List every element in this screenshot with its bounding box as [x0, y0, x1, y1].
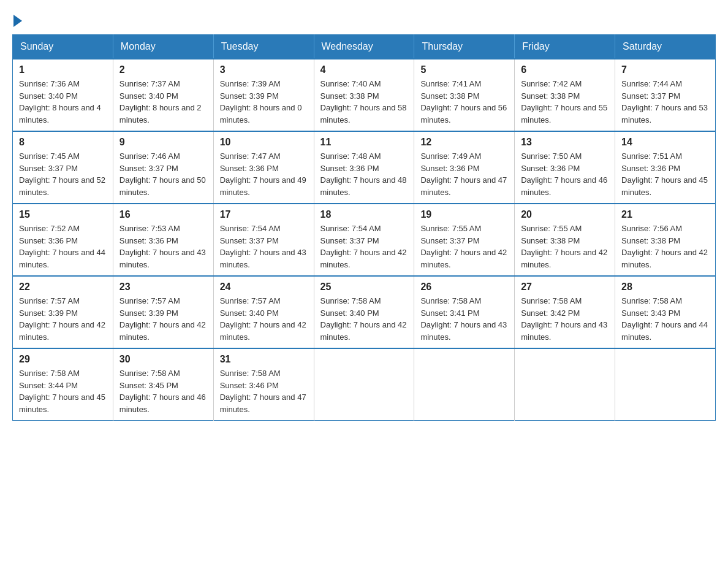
calendar-cell: 16 Sunrise: 7:53 AM Sunset: 3:36 PM Dayl… — [113, 204, 213, 276]
calendar-cell: 9 Sunrise: 7:46 AM Sunset: 3:37 PM Dayli… — [113, 131, 213, 204]
day-info: Sunrise: 7:39 AM Sunset: 3:39 PM Dayligh… — [220, 78, 308, 126]
day-number: 1 — [19, 64, 107, 75]
day-number: 29 — [19, 354, 107, 365]
day-number: 27 — [521, 282, 609, 293]
day-number: 30 — [119, 354, 207, 365]
day-info: Sunrise: 7:52 AM Sunset: 3:36 PM Dayligh… — [19, 223, 107, 270]
header-friday: Friday — [515, 35, 615, 59]
calendar-cell — [314, 348, 414, 421]
day-info: Sunrise: 7:45 AM Sunset: 3:37 PM Dayligh… — [19, 150, 107, 198]
day-number: 31 — [220, 354, 308, 365]
day-number: 13 — [521, 137, 609, 148]
day-info: Sunrise: 7:37 AM Sunset: 3:40 PM Dayligh… — [119, 78, 207, 126]
calendar-cell: 5 Sunrise: 7:41 AM Sunset: 3:38 PM Dayli… — [414, 59, 515, 131]
calendar-cell: 11 Sunrise: 7:48 AM Sunset: 3:36 PM Dayl… — [314, 131, 414, 204]
header-wednesday: Wednesday — [314, 35, 414, 59]
header-saturday: Saturday — [615, 35, 716, 59]
day-info: Sunrise: 7:57 AM Sunset: 3:39 PM Dayligh… — [119, 295, 207, 343]
day-number: 11 — [320, 137, 408, 148]
calendar-cell — [515, 348, 615, 421]
day-number: 19 — [420, 209, 508, 220]
week-row-2: 8 Sunrise: 7:45 AM Sunset: 3:37 PM Dayli… — [13, 131, 716, 204]
calendar-cell: 23 Sunrise: 7:57 AM Sunset: 3:39 PM Dayl… — [113, 276, 213, 348]
calendar-cell: 4 Sunrise: 7:40 AM Sunset: 3:38 PM Dayli… — [314, 59, 414, 131]
calendar-cell: 29 Sunrise: 7:58 AM Sunset: 3:44 PM Dayl… — [13, 348, 113, 421]
week-row-5: 29 Sunrise: 7:58 AM Sunset: 3:44 PM Dayl… — [13, 348, 716, 421]
calendar-cell: 6 Sunrise: 7:42 AM Sunset: 3:38 PM Dayli… — [515, 59, 615, 131]
day-info: Sunrise: 7:58 AM Sunset: 3:41 PM Dayligh… — [420, 295, 508, 343]
day-number: 6 — [521, 64, 609, 75]
day-info: Sunrise: 7:51 AM Sunset: 3:36 PM Dayligh… — [621, 150, 709, 198]
day-info: Sunrise: 7:58 AM Sunset: 3:40 PM Dayligh… — [320, 295, 408, 343]
day-info: Sunrise: 7:55 AM Sunset: 3:37 PM Dayligh… — [420, 223, 508, 270]
day-info: Sunrise: 7:54 AM Sunset: 3:37 PM Dayligh… — [320, 223, 408, 270]
week-row-1: 1 Sunrise: 7:36 AM Sunset: 3:40 PM Dayli… — [13, 59, 716, 131]
calendar-cell: 21 Sunrise: 7:56 AM Sunset: 3:38 PM Dayl… — [615, 204, 716, 276]
calendar-cell: 22 Sunrise: 7:57 AM Sunset: 3:39 PM Dayl… — [13, 276, 113, 348]
day-number: 3 — [220, 64, 308, 75]
calendar-cell — [615, 348, 716, 421]
day-number: 9 — [119, 137, 207, 148]
day-number: 22 — [19, 282, 107, 293]
calendar-cell: 1 Sunrise: 7:36 AM Sunset: 3:40 PM Dayli… — [13, 59, 113, 131]
day-number: 7 — [621, 64, 709, 75]
page-header — [12, 12, 716, 25]
day-number: 12 — [420, 137, 508, 148]
calendar-cell — [414, 348, 515, 421]
calendar-cell: 27 Sunrise: 7:58 AM Sunset: 3:42 PM Dayl… — [515, 276, 615, 348]
calendar-cell: 7 Sunrise: 7:44 AM Sunset: 3:37 PM Dayli… — [615, 59, 716, 131]
calendar-cell: 30 Sunrise: 7:58 AM Sunset: 3:45 PM Dayl… — [113, 348, 213, 421]
day-info: Sunrise: 7:36 AM Sunset: 3:40 PM Dayligh… — [19, 78, 107, 126]
day-info: Sunrise: 7:49 AM Sunset: 3:36 PM Dayligh… — [420, 150, 508, 198]
header-monday: Monday — [113, 35, 213, 59]
day-number: 2 — [119, 64, 207, 75]
day-info: Sunrise: 7:44 AM Sunset: 3:37 PM Dayligh… — [621, 78, 709, 126]
calendar-cell: 24 Sunrise: 7:57 AM Sunset: 3:40 PM Dayl… — [213, 276, 314, 348]
day-number: 10 — [220, 137, 308, 148]
day-info: Sunrise: 7:54 AM Sunset: 3:37 PM Dayligh… — [220, 223, 308, 270]
day-info: Sunrise: 7:47 AM Sunset: 3:36 PM Dayligh… — [220, 150, 308, 198]
day-number: 26 — [420, 282, 508, 293]
day-info: Sunrise: 7:48 AM Sunset: 3:36 PM Dayligh… — [320, 150, 408, 198]
calendar-cell: 12 Sunrise: 7:49 AM Sunset: 3:36 PM Dayl… — [414, 131, 515, 204]
header-sunday: Sunday — [13, 35, 113, 59]
day-info: Sunrise: 7:55 AM Sunset: 3:38 PM Dayligh… — [521, 223, 609, 270]
calendar-cell: 26 Sunrise: 7:58 AM Sunset: 3:41 PM Dayl… — [414, 276, 515, 348]
day-number: 5 — [420, 64, 508, 75]
day-number: 28 — [621, 282, 709, 293]
week-row-3: 15 Sunrise: 7:52 AM Sunset: 3:36 PM Dayl… — [13, 204, 716, 276]
day-number: 23 — [119, 282, 207, 293]
day-info: Sunrise: 7:40 AM Sunset: 3:38 PM Dayligh… — [320, 78, 408, 126]
day-info: Sunrise: 7:56 AM Sunset: 3:38 PM Dayligh… — [621, 223, 709, 270]
day-info: Sunrise: 7:46 AM Sunset: 3:37 PM Dayligh… — [119, 150, 207, 198]
day-info: Sunrise: 7:58 AM Sunset: 3:43 PM Dayligh… — [621, 295, 709, 343]
day-info: Sunrise: 7:58 AM Sunset: 3:44 PM Dayligh… — [19, 367, 107, 415]
calendar-cell: 8 Sunrise: 7:45 AM Sunset: 3:37 PM Dayli… — [13, 131, 113, 204]
day-info: Sunrise: 7:53 AM Sunset: 3:36 PM Dayligh… — [119, 223, 207, 270]
day-number: 4 — [320, 64, 408, 75]
day-number: 17 — [220, 209, 308, 220]
logo — [12, 12, 22, 25]
calendar-cell: 20 Sunrise: 7:55 AM Sunset: 3:38 PM Dayl… — [515, 204, 615, 276]
day-number: 8 — [19, 137, 107, 148]
calendar-cell: 14 Sunrise: 7:51 AM Sunset: 3:36 PM Dayl… — [615, 131, 716, 204]
day-number: 14 — [621, 137, 709, 148]
calendar-cell: 10 Sunrise: 7:47 AM Sunset: 3:36 PM Dayl… — [213, 131, 314, 204]
calendar-cell: 13 Sunrise: 7:50 AM Sunset: 3:36 PM Dayl… — [515, 131, 615, 204]
day-number: 20 — [521, 209, 609, 220]
calendar-cell: 3 Sunrise: 7:39 AM Sunset: 3:39 PM Dayli… — [213, 59, 314, 131]
day-info: Sunrise: 7:58 AM Sunset: 3:46 PM Dayligh… — [220, 367, 308, 415]
calendar-header-row: SundayMondayTuesdayWednesdayThursdayFrid… — [13, 35, 716, 59]
calendar-cell: 17 Sunrise: 7:54 AM Sunset: 3:37 PM Dayl… — [213, 204, 314, 276]
day-number: 24 — [220, 282, 308, 293]
day-info: Sunrise: 7:42 AM Sunset: 3:38 PM Dayligh… — [521, 78, 609, 126]
calendar-cell: 2 Sunrise: 7:37 AM Sunset: 3:40 PM Dayli… — [113, 59, 213, 131]
day-info: Sunrise: 7:58 AM Sunset: 3:42 PM Dayligh… — [521, 295, 609, 343]
header-tuesday: Tuesday — [213, 35, 314, 59]
logo-arrow-icon — [13, 15, 22, 27]
calendar-cell: 18 Sunrise: 7:54 AM Sunset: 3:37 PM Dayl… — [314, 204, 414, 276]
calendar-cell: 31 Sunrise: 7:58 AM Sunset: 3:46 PM Dayl… — [213, 348, 314, 421]
day-info: Sunrise: 7:41 AM Sunset: 3:38 PM Dayligh… — [420, 78, 508, 126]
day-number: 25 — [320, 282, 408, 293]
day-info: Sunrise: 7:58 AM Sunset: 3:45 PM Dayligh… — [119, 367, 207, 415]
